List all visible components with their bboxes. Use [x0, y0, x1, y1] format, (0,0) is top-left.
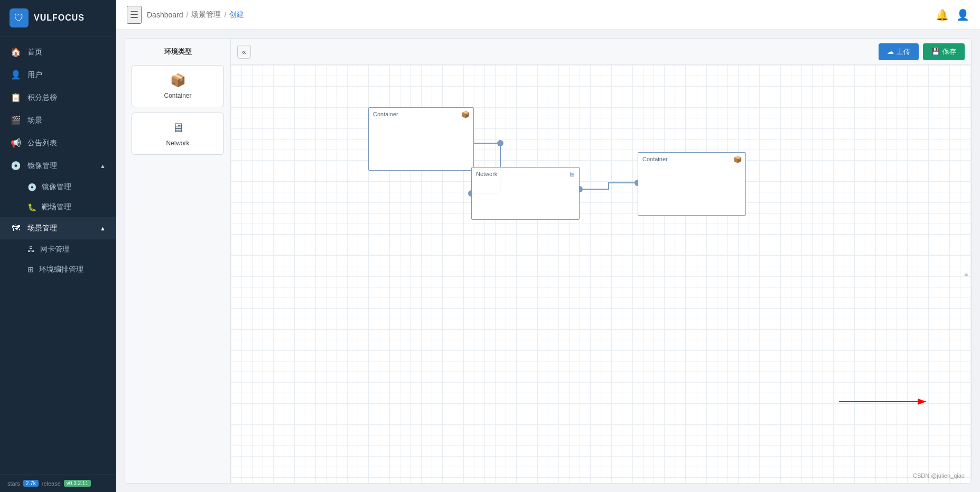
sidebar-item-target-mgmt[interactable]: 🐛 靶场管理 [0, 197, 116, 217]
node-network-1-icon: 🖥 [568, 170, 575, 178]
sidebar-item-notice[interactable]: 📢 公告列表 [0, 132, 116, 154]
toolbar-buttons: ☁ 上传 💾 保存 [879, 43, 965, 60]
save-button[interactable]: 💾 保存 [923, 43, 965, 60]
breadcrumb-sep2: / [224, 11, 226, 19]
score-icon: 📋 [11, 92, 21, 103]
user-avatar-icon[interactable]: 👤 [956, 8, 969, 21]
svg-point-0 [497, 140, 503, 146]
node-container-1[interactable]: Container 📦 [368, 107, 474, 171]
sidebar-item-mirror-sub-label: 镜像管理 [42, 182, 71, 192]
node-container-1-label: Container [373, 111, 398, 117]
sidebar-item-scene-label: 场景 [27, 116, 42, 125]
sidebar-item-network-mgmt[interactable]: 🖧 网卡管理 [0, 239, 116, 259]
node-network-1[interactable]: Network 🖥 [471, 167, 580, 220]
topbar: ☰ Dashboard / 场景管理 / 创建 🔔 👤 [116, 0, 980, 30]
mirror-expand-icon: ▲ [100, 163, 106, 169]
sidebar-item-score-label: 积分总榜 [27, 93, 57, 103]
sidebar-item-mirror-mgmt[interactable]: 💿 镜像管理 ▲ [0, 154, 116, 177]
right-scroll-indicator: ≡ [964, 271, 968, 278]
node-container-1-icon: 📦 [461, 110, 470, 118]
save-icon: 💾 [931, 48, 940, 55]
left-panel: 环境类型 📦 Container 🖥 Network [125, 39, 231, 483]
sidebar-item-home-label: 首页 [27, 48, 42, 57]
upload-label: 上传 [897, 47, 910, 57]
network-component-label: Network [166, 140, 189, 147]
attribution: CSDN @julien_qiao [913, 472, 965, 479]
scene-mgmt-icon: 🗺 [11, 224, 21, 233]
save-label: 保存 [942, 47, 956, 57]
sidebar-item-mirror-sub[interactable]: 💿 镜像管理 [0, 177, 116, 197]
network-mgmt-icon: 🖧 [27, 245, 35, 254]
sidebar-item-network-mgmt-label: 网卡管理 [40, 245, 70, 254]
sidebar: 🛡 VULFOCUS 🏠 首页 👤 用户 📋 积分总榜 🎬 场景 📢 公告列表 … [0, 0, 116, 492]
breadcrumb-sep1: / [186, 11, 189, 19]
node-container-2[interactable]: Container 📦 [638, 152, 746, 216]
canvas-topbar: « ☁ 上传 💾 保存 [231, 39, 971, 65]
sidebar-item-score[interactable]: 📋 积分总榜 [0, 86, 116, 109]
diagram-container: Container 📦 Network 🖥 Container 📦 [231, 65, 971, 483]
hamburger-button[interactable]: ☰ [127, 6, 142, 24]
sidebar-item-mirror-mgmt-label: 镜像管理 [27, 161, 57, 171]
sidebar-item-user-label: 用户 [27, 70, 42, 80]
scene-icon: 🎬 [11, 115, 21, 125]
connections-svg [231, 65, 971, 483]
mirror-sub-icon: 💿 [27, 183, 36, 191]
sidebar-item-env-mgmt[interactable]: ⊞ 环境编排管理 [0, 259, 116, 280]
sidebar-item-scene-mgmt-label: 场景管理 [27, 224, 57, 233]
stars-label: stars [7, 480, 20, 487]
stars-badge: 2.7k [23, 480, 39, 487]
sidebar-item-scene-mgmt[interactable]: 🗺 场景管理 ▲ [0, 217, 116, 239]
container-component-label: Container [164, 92, 191, 99]
notice-icon: 📢 [11, 138, 21, 148]
main-content: ☰ Dashboard / 场景管理 / 创建 🔔 👤 环境类型 📦 Conta… [116, 0, 980, 492]
node-container-2-label: Container [642, 156, 668, 162]
notification-icon[interactable]: 🔔 [936, 8, 949, 21]
node-network-1-label: Network [476, 171, 497, 177]
component-card-network[interactable]: 🖥 Network [132, 113, 224, 155]
logo-text: VULFOCUS [34, 13, 85, 23]
sidebar-item-user[interactable]: 👤 用户 [0, 63, 116, 86]
sidebar-logo: 🛡 VULFOCUS [0, 0, 116, 36]
env-mgmt-icon: ⊞ [27, 265, 34, 274]
release-label: release [42, 480, 61, 487]
topbar-right: 🔔 👤 [936, 8, 969, 21]
home-icon: 🏠 [11, 47, 21, 57]
sidebar-item-env-mgmt-label: 环境编排管理 [39, 265, 83, 274]
container-component-icon: 📦 [170, 73, 186, 88]
topbar-left: ☰ Dashboard / 场景管理 / 创建 [127, 6, 244, 24]
scene-expand-icon: ▲ [100, 225, 106, 231]
back-button[interactable]: « [237, 45, 251, 59]
canvas-wrapper: 环境类型 📦 Container 🖥 Network « ☁ [125, 38, 972, 484]
component-card-container[interactable]: 📦 Container [132, 65, 224, 107]
breadcrumb-dashboard[interactable]: Dashboard [147, 11, 183, 19]
sidebar-footer: stars 2.7k release v0.3.2.11 [0, 474, 116, 492]
breadcrumb-scene-mgmt[interactable]: 场景管理 [191, 10, 221, 20]
network-component-icon: 🖥 [172, 120, 184, 135]
canvas-grid[interactable]: Container 📦 Network 🖥 Container 📦 [231, 65, 971, 483]
upload-icon: ☁ [887, 48, 894, 55]
user-icon: 👤 [11, 70, 21, 80]
breadcrumb: Dashboard / 场景管理 / 创建 [147, 10, 244, 20]
sidebar-nav: 🏠 首页 👤 用户 📋 积分总榜 🎬 场景 📢 公告列表 💿 镜像管理 ▲ 💿 … [0, 36, 116, 474]
sidebar-item-home[interactable]: 🏠 首页 [0, 41, 116, 63]
upload-button[interactable]: ☁ 上传 [879, 43, 919, 60]
version-badge: v0.3.2.11 [64, 480, 91, 487]
node-container-2-icon: 📦 [733, 155, 742, 163]
sidebar-item-scene[interactable]: 🎬 场景 [0, 109, 116, 132]
page-content: 环境类型 📦 Container 🖥 Network « ☁ [116, 30, 980, 492]
mirror-icon: 💿 [11, 161, 21, 171]
canvas-main: « ☁ 上传 💾 保存 [231, 39, 971, 483]
breadcrumb-create: 创建 [229, 10, 244, 20]
logo-icon: 🛡 [10, 8, 29, 27]
sidebar-item-notice-label: 公告列表 [27, 138, 57, 148]
target-icon: 🐛 [27, 203, 36, 211]
left-panel-title: 环境类型 [132, 47, 224, 57]
sidebar-item-target-mgmt-label: 靶场管理 [42, 202, 71, 212]
